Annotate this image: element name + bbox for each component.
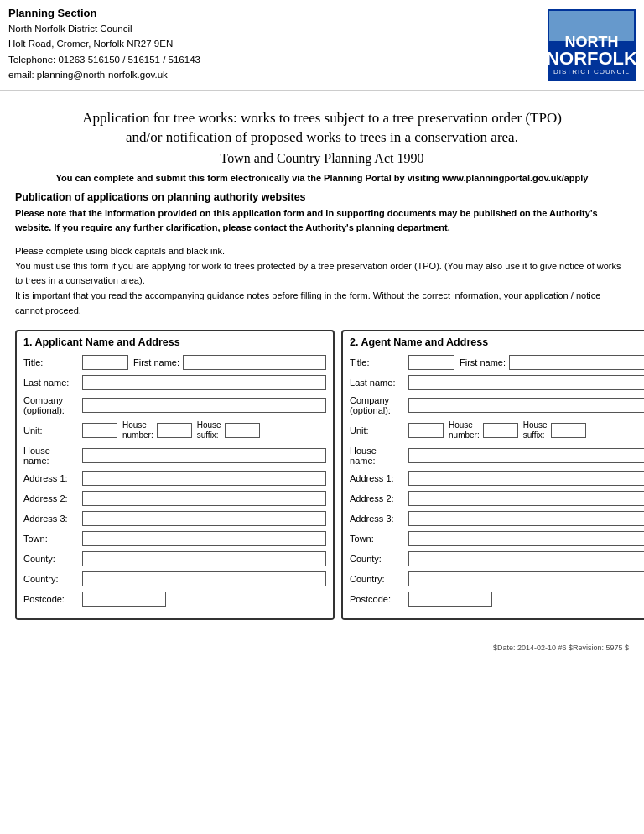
pub-section-body: Please note that the information provide…: [15, 206, 629, 234]
field-row-company-s1: Company (optional):: [23, 395, 326, 415]
address2-input-s1[interactable]: [82, 491, 326, 506]
field-row-address3-s1: Address 3:: [23, 511, 326, 526]
title-line1: Application for tree works: works to tre…: [82, 110, 562, 126]
country-input-s2[interactable]: [408, 571, 644, 586]
field-row-address1-s1: Address 1:: [23, 471, 326, 486]
firstname-input-s2[interactable]: [509, 355, 644, 370]
field-row-county-s1: County:: [23, 551, 326, 566]
page-header: Planning Section North Norfolk District …: [0, 0, 644, 91]
county-input-s1[interactable]: [82, 551, 326, 566]
title-line2: and/or notification of proposed works to…: [126, 129, 518, 145]
logo-container: NORTH NORFOLK DISTRICT COUNCIL: [543, 7, 636, 83]
logo-norfolk: NORFOLK: [546, 50, 637, 68]
address2-label-s1: Address 2:: [23, 493, 82, 503]
address2-label-s2: Address 2:: [350, 493, 408, 503]
address1-input-s1[interactable]: [82, 471, 326, 486]
lastname-label-s2: Last name:: [350, 378, 408, 388]
form-sections: 1. Applicant Name and Address Title: Fir…: [15, 330, 629, 620]
company-input-s1[interactable]: [82, 398, 326, 413]
council-logo: NORTH NORFOLK DISTRICT COUNCIL: [548, 9, 636, 81]
country-input-s1[interactable]: [82, 571, 326, 586]
field-row-company-s2: Company (optional):: [350, 395, 644, 415]
unit-input-s1[interactable]: [82, 423, 117, 438]
firstname-input-s1[interactable]: [183, 355, 326, 370]
instruction-3: It is important that you read the accomp…: [15, 289, 629, 318]
title-input-s1[interactable]: [82, 355, 128, 370]
lastname-input-s1[interactable]: [82, 375, 326, 390]
portal-notice: You can complete and submit this form el…: [15, 173, 629, 183]
field-row-address2-s2: Address 2:: [350, 491, 644, 506]
org-telephone: Telephone: 01263 516150 / 516151 / 51614…: [8, 52, 543, 67]
country-label-s2: Country:: [350, 574, 408, 584]
postcode-input-s1[interactable]: [82, 592, 166, 607]
county-label-s2: County:: [350, 554, 408, 564]
field-row-title-firstname: Title: First name:: [23, 355, 326, 370]
page-footer: $Date: 2014-02-10 #6 $Revision: 5975 $: [0, 637, 644, 659]
org-name: North Norfolk District Council: [8, 21, 543, 36]
title-label-s2: Title:: [350, 357, 408, 367]
main-title: Application for tree works: works to tre…: [15, 108, 629, 149]
housename-input-s2[interactable]: [408, 448, 644, 463]
house-suffix-label-s2: House suffix:: [523, 420, 548, 440]
address1-input-s2[interactable]: [408, 471, 644, 486]
field-row-country-s1: Country:: [23, 571, 326, 586]
field-row-town-s2: Town:: [350, 531, 644, 546]
org-address: Holt Road, Cromer, Norfolk NR27 9EN: [8, 36, 543, 51]
field-row-unit-s1: Unit: House number: House suffix:: [23, 420, 326, 440]
section-applicant: 1. Applicant Name and Address Title: Fir…: [15, 330, 335, 620]
field-row-town-s1: Town:: [23, 531, 326, 546]
section2-title: 2. Agent Name and Address: [350, 336, 644, 348]
unit-label-s2: Unit:: [350, 425, 408, 435]
address3-label-s2: Address 3:: [350, 513, 408, 524]
postcode-input-s2[interactable]: [408, 592, 492, 607]
section1-title: 1. Applicant Name and Address: [23, 336, 326, 348]
org-details: North Norfolk District Council Holt Road…: [8, 21, 543, 83]
house-suffix-input-s2[interactable]: [551, 423, 586, 438]
firstname-label-s1: First name:: [133, 357, 179, 367]
company-input-s2[interactable]: [408, 398, 644, 413]
company-label-s2: Company (optional):: [350, 395, 408, 415]
address1-label-s1: Address 1:: [23, 473, 82, 483]
address3-input-s1[interactable]: [82, 511, 326, 526]
address2-input-s2[interactable]: [408, 491, 644, 506]
header-text-block: Planning Section North Norfolk District …: [8, 7, 543, 83]
town-input-s1[interactable]: [82, 531, 326, 546]
town-input-s2[interactable]: [408, 531, 644, 546]
instruction-2: You must use this form if you are applyi…: [15, 259, 629, 289]
instructions: Please complete using block capitals and…: [15, 244, 629, 318]
field-row-county-s2: County:: [350, 551, 644, 566]
firstname-label-s2: First name:: [460, 357, 506, 367]
field-row-country-s2: Country:: [350, 571, 644, 586]
title-label-s1: Title:: [23, 357, 82, 367]
field-row-lastname-s1: Last name:: [23, 375, 326, 390]
postcode-label-s2: Postcode:: [350, 594, 408, 604]
field-row-housename-s1: House name:: [23, 446, 326, 466]
house-number-label-s1: House number:: [122, 420, 153, 440]
address1-label-s2: Address 1:: [350, 473, 408, 483]
field-row-postcode-s2: Postcode:: [350, 592, 644, 607]
field-row-unit-s2: Unit: House number: House suffix:: [350, 420, 644, 440]
pub-section-title: Publication of applications on planning …: [15, 191, 629, 203]
logo-district: DISTRICT COUNCIL: [553, 68, 630, 76]
unit-input-s2[interactable]: [408, 423, 444, 438]
section-agent: 2. Agent Name and Address Title: First n…: [341, 330, 644, 620]
town-label-s2: Town:: [350, 534, 408, 544]
address3-input-s2[interactable]: [408, 511, 644, 526]
field-row-title-firstname-s2: Title: First name:: [350, 355, 644, 370]
lastname-label-s1: Last name:: [23, 378, 82, 388]
housename-label-s2: House name:: [350, 446, 408, 466]
housename-input-s1[interactable]: [82, 448, 326, 463]
town-label-s1: Town:: [23, 534, 82, 544]
house-suffix-label-s1: House suffix:: [197, 420, 221, 440]
house-suffix-input-s1[interactable]: [225, 423, 260, 438]
field-row-address1-s2: Address 1:: [350, 471, 644, 486]
lastname-input-s2[interactable]: [408, 375, 644, 390]
section-label: Planning Section: [8, 7, 543, 19]
house-number-input-s1[interactable]: [157, 423, 192, 438]
title-input-s2[interactable]: [408, 355, 454, 370]
house-number-input-s2[interactable]: [483, 423, 518, 438]
address3-label-s1: Address 3:: [23, 513, 82, 524]
county-input-s2[interactable]: [408, 551, 644, 566]
field-row-address3-s2: Address 3:: [350, 511, 644, 526]
postcode-label-s1: Postcode:: [23, 594, 82, 604]
